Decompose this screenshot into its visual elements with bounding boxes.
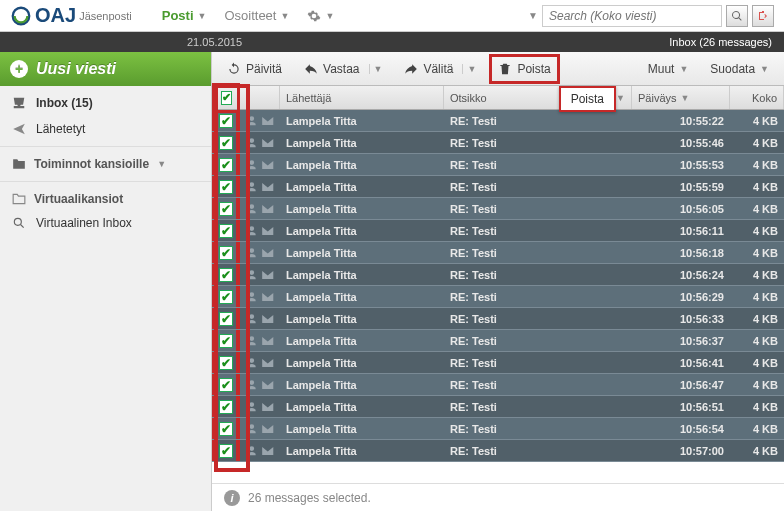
- row-date: 10:57:00: [632, 440, 730, 461]
- row-checkbox[interactable]: ✔: [212, 242, 240, 263]
- svg-point-1: [14, 218, 21, 225]
- table-row[interactable]: ✔Lampela TittaRE: Testi10:57:004 KB: [212, 440, 784, 462]
- filter-menu[interactable]: Suodata ▼: [701, 56, 778, 82]
- table-row[interactable]: ✔Lampela TittaRE: Testi10:56:374 KB: [212, 330, 784, 352]
- row-status: [240, 176, 280, 197]
- row-checkbox[interactable]: ✔: [212, 132, 240, 153]
- folder-inbox[interactable]: Inbox (15): [0, 90, 211, 116]
- person-icon: [246, 137, 258, 149]
- person-icon: [246, 181, 258, 193]
- folder-sent[interactable]: Lähetetyt: [0, 116, 211, 142]
- row-checkbox[interactable]: ✔: [212, 352, 240, 373]
- row-checkbox[interactable]: ✔: [212, 198, 240, 219]
- virtual-header[interactable]: Virtuaalikansiot: [0, 188, 211, 210]
- delete-button[interactable]: Poista: [489, 54, 559, 84]
- reply-button[interactable]: Vastaa ▼: [295, 56, 391, 82]
- row-checkbox[interactable]: ✔: [212, 220, 240, 241]
- select-all-checkbox[interactable]: ✔: [212, 83, 240, 113]
- row-checkbox[interactable]: ✔: [212, 308, 240, 329]
- toolbar: Päivitä Vastaa ▼ Välitä ▼ Poista Muut ▼: [212, 52, 784, 86]
- folder-sent-label: Lähetetyt: [36, 122, 85, 136]
- footer: i 26 messages selected.: [212, 483, 784, 511]
- table-row[interactable]: ✔Lampela TittaRE: Testi10:56:414 KB: [212, 352, 784, 374]
- table-row[interactable]: ✔Lampela TittaRE: Testi10:55:224 KB: [212, 110, 784, 132]
- reply-dropdown[interactable]: ▼: [369, 64, 383, 74]
- row-date: 10:56:24: [632, 264, 730, 285]
- row-date: 10:55:59: [632, 176, 730, 197]
- table-row[interactable]: ✔Lampela TittaRE: Testi10:56:244 KB: [212, 264, 784, 286]
- forward-label: Välitä: [423, 62, 453, 76]
- row-status: [240, 374, 280, 395]
- row-size: 4 KB: [730, 132, 784, 153]
- row-checkbox[interactable]: ✔: [212, 418, 240, 439]
- row-size: 4 KB: [730, 286, 784, 307]
- row-subject: RE: Testi: [444, 286, 632, 307]
- reply-icon: [304, 62, 318, 76]
- row-checkbox[interactable]: ✔: [212, 176, 240, 197]
- table-row[interactable]: ✔Lampela TittaRE: Testi10:55:464 KB: [212, 132, 784, 154]
- grid-body[interactable]: ✔Lampela TittaRE: Testi10:55:224 KB✔Lamp…: [212, 110, 784, 483]
- row-checkbox[interactable]: ✔: [212, 154, 240, 175]
- header-size[interactable]: Koko: [730, 86, 784, 109]
- logo: OAJ Jäsenposti: [10, 4, 132, 27]
- row-status: [240, 308, 280, 329]
- row-subject: RE: Testi: [444, 132, 632, 153]
- row-size: 4 KB: [730, 418, 784, 439]
- nav-contacts[interactable]: Osoitteet▼: [224, 8, 289, 23]
- table-row[interactable]: ✔Lampela TittaRE: Testi10:56:114 KB: [212, 220, 784, 242]
- row-checkbox[interactable]: ✔: [212, 396, 240, 417]
- nav-mail[interactable]: Posti▼: [162, 8, 207, 23]
- row-from: Lampela Titta: [280, 110, 444, 131]
- topnav: Posti▼ Osoitteet▼ ▼: [162, 8, 335, 23]
- row-from: Lampela Titta: [280, 374, 444, 395]
- search-button[interactable]: [726, 5, 748, 27]
- table-row[interactable]: ✔Lampela TittaRE: Testi10:56:334 KB: [212, 308, 784, 330]
- table-row[interactable]: ✔Lampela TittaRE: Testi10:56:544 KB: [212, 418, 784, 440]
- row-checkbox[interactable]: ✔: [212, 286, 240, 307]
- forward-dropdown[interactable]: ▼: [462, 64, 476, 74]
- person-icon: [246, 225, 258, 237]
- forward-icon: [404, 62, 418, 76]
- row-status: [240, 330, 280, 351]
- row-date: 10:55:46: [632, 132, 730, 153]
- header-date[interactable]: Päiväys▼: [632, 86, 730, 109]
- table-row[interactable]: ✔Lampela TittaRE: Testi10:55:534 KB: [212, 154, 784, 176]
- swirl-icon: [10, 5, 32, 27]
- nav-settings[interactable]: ▼: [307, 8, 334, 23]
- table-row[interactable]: ✔Lampela TittaRE: Testi10:56:514 KB: [212, 396, 784, 418]
- other-menu[interactable]: Muut ▼: [639, 56, 698, 82]
- table-row[interactable]: ✔Lampela TittaRE: Testi10:55:594 KB: [212, 176, 784, 198]
- compose-button[interactable]: + Uusi viesti: [0, 52, 211, 86]
- row-from: Lampela Titta: [280, 264, 444, 285]
- row-subject: RE: Testi: [444, 352, 632, 373]
- row-checkbox[interactable]: ✔: [212, 440, 240, 461]
- row-checkbox[interactable]: ✔: [212, 264, 240, 285]
- header-from[interactable]: Lähettäjä: [280, 86, 444, 109]
- table-row[interactable]: ✔Lampela TittaRE: Testi10:56:474 KB: [212, 374, 784, 396]
- info-icon: i: [224, 490, 240, 506]
- row-subject: RE: Testi: [444, 330, 632, 351]
- forward-button[interactable]: Välitä ▼: [395, 56, 485, 82]
- search-input[interactable]: [542, 5, 722, 27]
- table-row[interactable]: ✔Lampela TittaRE: Testi10:56:184 KB: [212, 242, 784, 264]
- row-subject: RE: Testi: [444, 396, 632, 417]
- header-status[interactable]: [240, 86, 280, 109]
- logout-button[interactable]: [752, 5, 774, 27]
- row-checkbox[interactable]: ✔: [212, 374, 240, 395]
- datebar: 21.05.2015 Inbox (26 messages): [0, 32, 784, 52]
- other-label: Muut: [648, 62, 675, 76]
- plus-icon: +: [10, 60, 28, 78]
- table-row[interactable]: ✔Lampela TittaRE: Testi10:56:054 KB: [212, 198, 784, 220]
- table-row[interactable]: ✔Lampela TittaRE: Testi10:56:294 KB: [212, 286, 784, 308]
- person-icon: [246, 423, 258, 435]
- trash-icon: [498, 62, 512, 76]
- row-from: Lampela Titta: [280, 418, 444, 439]
- virtual-inbox[interactable]: Virtuaalinen Inbox: [0, 210, 211, 236]
- search-scope-dropdown[interactable]: ▼: [528, 10, 538, 21]
- row-date: 10:56:51: [632, 396, 730, 417]
- row-checkbox[interactable]: ✔: [212, 330, 240, 351]
- folder-ops-header[interactable]: Toiminnot kansioille ▼: [0, 153, 211, 175]
- row-checkbox[interactable]: ✔: [212, 110, 240, 131]
- row-date: 10:56:11: [632, 220, 730, 241]
- refresh-button[interactable]: Päivitä: [218, 56, 291, 82]
